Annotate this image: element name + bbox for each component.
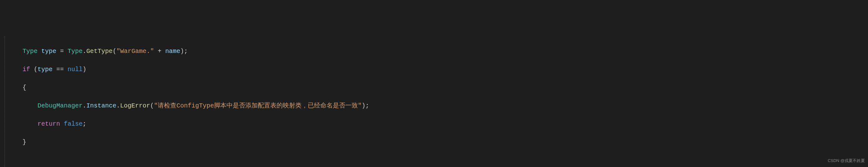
code-line: DebugManager.Instance.LogError("请检查Confi… [7, 101, 868, 110]
string-token: "请检查ConfigType脚本中是否添加配置表的映射类，已经命名是否一致" [154, 102, 362, 109]
paren-token: ( [30, 66, 37, 73]
keyword-token: null [68, 66, 83, 73]
code-line: { [7, 83, 868, 92]
punct-token: . [83, 48, 86, 55]
semi-token: ; [184, 48, 188, 55]
brace-token: } [23, 138, 26, 146]
paren-token: ) [83, 66, 86, 73]
type-token: Type [23, 48, 37, 55]
punct-token: . [116, 102, 120, 109]
code-line: return false; [7, 119, 868, 129]
keyword-token: return [37, 120, 60, 128]
code-line [7, 156, 868, 165]
paren-token: ( [150, 102, 154, 109]
variable-token: name [165, 48, 180, 55]
method-token: GetType [86, 48, 113, 55]
type-token: Type [68, 48, 83, 55]
operator-token: == [53, 66, 68, 73]
variable-token: type [41, 48, 56, 55]
code-editor[interactable]: Type type = Type.GetType("WarGame." + na… [4, 36, 868, 167]
punct-token: . [83, 102, 86, 109]
paren-token: ( [113, 48, 116, 55]
code-line: Type type = Type.GetType("WarGame." + na… [7, 47, 868, 56]
code-line: } [7, 138, 868, 147]
keyword-token: false [64, 120, 83, 128]
string-token: "WarGame." [116, 48, 154, 55]
watermark: CSDN @戎夏不姓夏 [828, 156, 865, 165]
keyword-token: if [23, 66, 30, 73]
class-token: DebugManager [37, 102, 83, 109]
code-line: if (type == null) [7, 65, 868, 74]
semi-token: ; [83, 120, 86, 128]
variable-token: type [37, 66, 53, 73]
method-token: LogError [120, 102, 150, 109]
space [60, 120, 64, 128]
operator-token: = [56, 48, 68, 55]
brace-token: { [23, 84, 26, 91]
semi-token: ; [365, 102, 369, 109]
operator-token: + [154, 48, 165, 55]
paren-token: ) [362, 102, 365, 109]
paren-token: ) [180, 48, 184, 55]
property-token: Instance [86, 102, 116, 109]
